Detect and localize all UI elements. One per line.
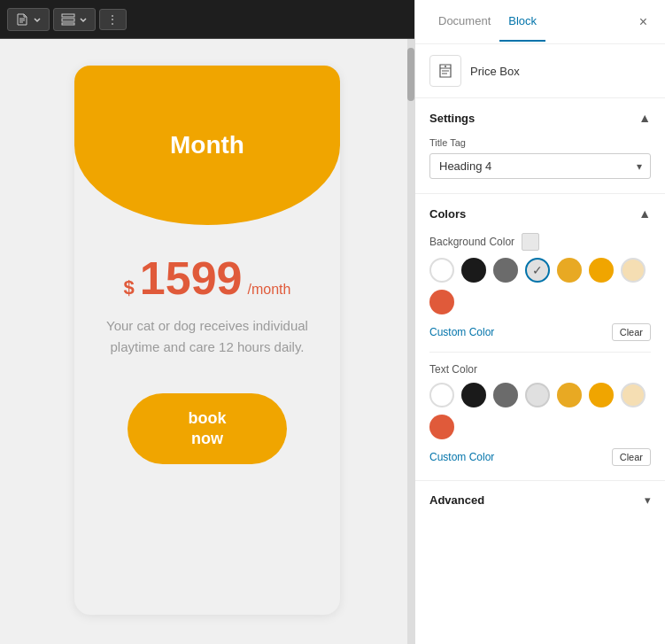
colors-divider xyxy=(429,352,651,353)
bg-swatch-gold[interactable] xyxy=(557,258,582,283)
advanced-section[interactable]: Advanced ▾ xyxy=(415,481,665,519)
text-swatch-gold[interactable] xyxy=(557,383,582,407)
panel-close-button[interactable]: × xyxy=(636,11,651,34)
bg-color-label: Background Color xyxy=(429,233,651,251)
text-swatch-dark-gray[interactable] xyxy=(493,383,518,407)
bg-swatch-orange[interactable] xyxy=(589,258,614,283)
bg-custom-color-row: Custom Color Clear xyxy=(429,323,651,341)
price-card-top: Month xyxy=(74,66,340,225)
text-swatch-coral[interactable] xyxy=(429,415,454,439)
settings-title: Settings xyxy=(429,112,475,125)
colors-header[interactable]: Colors ▲ xyxy=(415,194,665,233)
price-dollar: $ xyxy=(124,276,135,299)
bg-swatch-white[interactable] xyxy=(429,258,454,283)
right-panel: Document Block × Price Box Settings ▲ Ti… xyxy=(414,0,665,644)
colors-toggle-icon: ▲ xyxy=(638,206,651,221)
tab-document[interactable]: Document xyxy=(429,2,499,42)
block-info: Price Box xyxy=(415,44,665,98)
text-swatch-cream[interactable] xyxy=(621,383,646,407)
text-custom-color-link[interactable]: Custom Color xyxy=(429,451,494,463)
title-tag-label: Title Tag xyxy=(429,137,651,148)
price-card: Month $ 1599 /month Your cat or dog rece… xyxy=(74,66,340,615)
svg-rect-2 xyxy=(62,23,74,25)
colors-title: Colors xyxy=(429,207,466,221)
document-icon-btn[interactable] xyxy=(7,8,50,31)
scroll-indicator xyxy=(407,39,414,644)
block-icon xyxy=(429,55,461,87)
title-tag-select-wrap: Heading 1 Heading 2 Heading 3 Heading 4 … xyxy=(429,153,651,179)
settings-header[interactable]: Settings ▲ xyxy=(415,98,665,137)
svg-point-3 xyxy=(445,66,446,67)
layout-btn[interactable] xyxy=(53,8,96,31)
bg-color-preview xyxy=(522,233,539,251)
title-tag-select[interactable]: Heading 1 Heading 2 Heading 3 Heading 4 … xyxy=(429,153,651,179)
bg-clear-button[interactable]: Clear xyxy=(612,323,651,341)
check-icon: ✓ xyxy=(532,263,543,277)
editor-toolbar: ⋮ xyxy=(0,0,414,39)
price-description: Your cat or dog receives individual play… xyxy=(74,315,340,358)
price-period: /month xyxy=(248,282,291,298)
svg-rect-1 xyxy=(62,19,74,21)
bg-swatch-dark-gray[interactable] xyxy=(493,258,518,283)
bg-swatch-light-gray[interactable]: ✓ xyxy=(525,258,550,283)
text-swatch-light-gray[interactable] xyxy=(525,383,550,407)
scroll-handle[interactable] xyxy=(407,48,414,101)
text-swatch-black[interactable] xyxy=(461,383,486,407)
colors-content: Background Color ✓ Custom Color Clear xyxy=(415,233,665,480)
advanced-title: Advanced xyxy=(429,493,484,507)
editor-area: ⋮ Month $ 1599 /month Your cat or dog re… xyxy=(0,0,414,644)
svg-rect-0 xyxy=(62,14,74,17)
price-row: $ 1599 /month xyxy=(124,252,291,305)
block-name-label: Price Box xyxy=(470,65,520,78)
text-swatch-white[interactable] xyxy=(429,383,454,407)
text-color-swatches xyxy=(429,383,651,439)
price-amount: 1599 xyxy=(140,252,243,305)
panel-header: Document Block × xyxy=(415,0,665,44)
settings-section: Settings ▲ Title Tag Heading 1 Heading 2… xyxy=(415,98,665,194)
advanced-toggle-icon: ▾ xyxy=(645,493,651,507)
book-now-button[interactable]: booknow xyxy=(128,393,287,464)
bg-swatch-black[interactable] xyxy=(461,258,486,283)
tab-block[interactable]: Block xyxy=(499,2,545,42)
panel-tabs: Document Block xyxy=(429,2,545,42)
bg-custom-color-link[interactable]: Custom Color xyxy=(429,326,494,338)
bg-swatch-coral[interactable] xyxy=(429,290,454,314)
settings-toggle-icon: ▲ xyxy=(638,111,651,125)
more-options-btn[interactable]: ⋮ xyxy=(99,9,127,30)
bg-swatch-cream[interactable] xyxy=(621,258,646,283)
text-color-label: Text Color xyxy=(429,363,651,376)
month-label: Month xyxy=(170,131,244,159)
settings-content: Title Tag Heading 1 Heading 2 Heading 3 … xyxy=(415,137,665,193)
colors-section: Colors ▲ Background Color ✓ xyxy=(415,194,665,481)
text-clear-button[interactable]: Clear xyxy=(612,448,651,466)
text-custom-color-row: Custom Color Clear xyxy=(429,448,651,466)
text-swatch-orange[interactable] xyxy=(589,383,614,407)
bg-color-swatches: ✓ xyxy=(429,258,651,314)
editor-canvas: Month $ 1599 /month Your cat or dog rece… xyxy=(0,39,414,644)
